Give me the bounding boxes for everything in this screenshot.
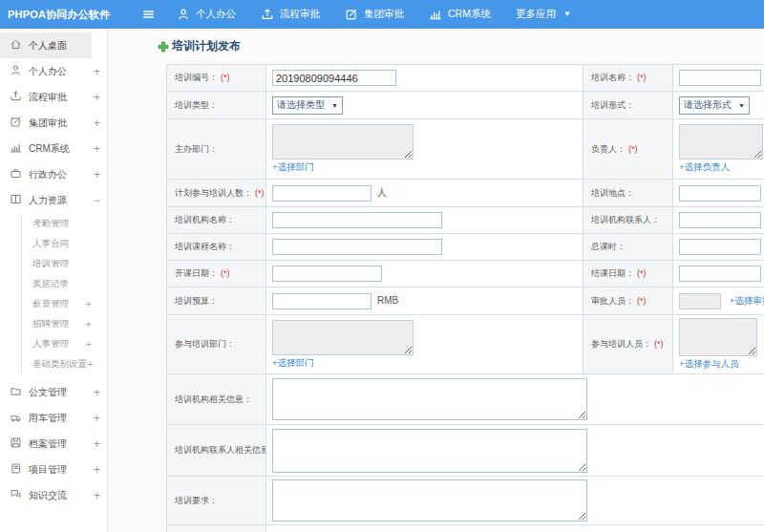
- edit-square-icon: [345, 8, 358, 21]
- expand-plus-icon[interactable]: +: [86, 319, 92, 330]
- host-dept-textarea[interactable]: [272, 124, 414, 160]
- page-title: 培训计划发布: [158, 29, 764, 64]
- sidebar-item-vehicle-mgmt[interactable]: 用车管理 +: [0, 405, 107, 431]
- required-mark: (*): [221, 73, 230, 82]
- bar-chart-icon: [10, 141, 22, 156]
- leader-textarea[interactable]: [679, 124, 763, 160]
- select-attendees-link[interactable]: +选择参与人员: [679, 358, 739, 371]
- collapse-minus-icon[interactable]: −: [94, 195, 100, 206]
- sidebar-item-human-resources[interactable]: 人力资源 −: [0, 187, 107, 213]
- training-form-select[interactable]: 请选择形式▼: [679, 96, 750, 115]
- chat-icon: [10, 488, 22, 502]
- nav-crm-system[interactable]: CRM系统: [429, 8, 491, 21]
- org-name-input[interactable]: [272, 212, 442, 228]
- field-label-training-name: 培训名称：(*): [584, 65, 673, 92]
- sidebar: 个人桌面 个人办公 + 流程审批 + 集团审批 + CRM系统 + 行政办公 +: [0, 29, 108, 532]
- field-label-budget: 培训预算：: [167, 287, 266, 315]
- field-label-org-name: 培训机构名称：: [167, 207, 266, 234]
- expand-plus-icon[interactable]: +: [94, 490, 100, 501]
- total-hours-input[interactable]: [679, 239, 761, 255]
- book-icon: [10, 193, 22, 207]
- sidebar-subitem-base-category[interactable]: 基础类别设置+: [22, 354, 107, 374]
- training-plan-form: 培训编号：(*) 培训名称：(*) 培训类型： 请选择类型▼ 培训形式： 请选择…: [166, 64, 764, 532]
- training-type-select[interactable]: 请选择类型▼: [272, 96, 343, 115]
- location-input[interactable]: [679, 185, 761, 202]
- sidebar-item-group-approval[interactable]: 集团审批 +: [0, 110, 107, 136]
- org-contact-input[interactable]: [679, 212, 761, 228]
- org-info-textarea[interactable]: [272, 378, 587, 420]
- field-label-org-contact-info: 培训机构联系人相关信息：: [167, 425, 266, 477]
- field-label-host-dept: 主办部门：: [167, 119, 266, 180]
- field-label-attend-people: 参与培训人员：(*): [584, 315, 673, 374]
- attend-dept-textarea[interactable]: [272, 320, 414, 355]
- required-mark: (*): [654, 339, 664, 349]
- required-mark: (*): [221, 268, 230, 278]
- sidebar-subitem-reward-punishment[interactable]: 奖惩记录: [22, 274, 107, 294]
- home-icon: [10, 38, 22, 53]
- sidebar-item-project-mgmt[interactable]: 项目管理 +: [0, 457, 107, 482]
- sidebar-item-workflow-approval[interactable]: 流程审批 +: [0, 84, 107, 110]
- training-name-input[interactable]: [679, 70, 761, 86]
- nav-more-apps[interactable]: 更多应用 ▼: [516, 8, 571, 21]
- user-icon: [10, 64, 22, 78]
- start-date-input[interactable]: [272, 266, 382, 282]
- select-approver-link[interactable]: +选择审批人员: [730, 295, 764, 308]
- nav-workflow-approval[interactable]: 流程审批: [261, 8, 320, 21]
- field-label-leader: 负责人：(*): [584, 119, 673, 180]
- field-label-location: 培训地点：: [584, 180, 673, 207]
- folder-icon: [10, 385, 22, 399]
- required-mark: (*): [637, 268, 647, 278]
- nav-personal-office[interactable]: 个人办公: [177, 8, 236, 21]
- field-label-approver: 审批人员：(*): [584, 287, 673, 315]
- content-area: 培训计划发布 培训编号：(*) 培训名称：(*) 培训类型： 请选择类型▼ 培训…: [108, 29, 764, 532]
- end-date-input[interactable]: [679, 266, 761, 282]
- expand-plus-icon[interactable]: +: [94, 92, 100, 103]
- select-dept-link[interactable]: +选择部门: [272, 161, 314, 174]
- sidebar-item-document-mgmt[interactable]: 公文管理 +: [0, 379, 107, 405]
- sidebar-item-archive-mgmt[interactable]: 档案管理 +: [0, 431, 107, 457]
- field-label-training-no: 培训编号：(*): [167, 65, 266, 92]
- planned-count-input[interactable]: [272, 185, 371, 202]
- sidebar-item-personal-desktop[interactable]: 个人桌面: [0, 32, 92, 58]
- field-label-end-date: 结课日期：(*): [584, 261, 673, 287]
- field-label-attachment: 附件文档：: [167, 525, 266, 532]
- hr-submenu: 考勤管理 人事合同 培训管理 奖惩记录 薪资管理+ 招聘管理+ 人事管理+ 基础…: [21, 214, 107, 374]
- select-leader-link[interactable]: +选择负责人: [679, 161, 730, 174]
- expand-plus-icon[interactable]: +: [94, 66, 100, 77]
- training-no-input[interactable]: [272, 70, 396, 86]
- org-contact-info-textarea[interactable]: [272, 429, 587, 473]
- expand-plus-icon[interactable]: +: [94, 169, 100, 181]
- expand-plus-icon[interactable]: +: [87, 359, 93, 370]
- sidebar-item-knowledge-exchange[interactable]: 知识交流 +: [0, 482, 107, 508]
- field-label-start-date: 开课日期：(*): [167, 261, 266, 287]
- expand-plus-icon[interactable]: +: [86, 339, 92, 350]
- expand-plus-icon[interactable]: +: [94, 438, 100, 450]
- course-name-input[interactable]: [272, 239, 442, 255]
- hamburger-icon[interactable]: [141, 8, 156, 21]
- expand-plus-icon[interactable]: +: [94, 143, 100, 155]
- notebook-icon: [10, 462, 22, 477]
- required-mark: (*): [637, 73, 647, 82]
- sidebar-subitem-attendance[interactable]: 考勤管理: [22, 214, 107, 234]
- nav-group-approval[interactable]: 集团审批: [345, 8, 404, 21]
- field-label-requirements: 培训要求：: [167, 477, 266, 525]
- requirements-textarea[interactable]: [272, 479, 587, 521]
- expand-plus-icon[interactable]: +: [94, 413, 100, 424]
- sidebar-subitem-salary-mgmt[interactable]: 薪资管理+: [22, 294, 107, 314]
- sidebar-subitem-hr-contract[interactable]: 人事合同: [22, 234, 107, 254]
- sidebar-item-admin-office[interactable]: 行政办公 +: [0, 161, 107, 187]
- expand-plus-icon[interactable]: +: [94, 387, 100, 398]
- sidebar-item-personal-office[interactable]: 个人办公 +: [0, 58, 107, 84]
- attend-people-textarea[interactable]: [679, 318, 757, 356]
- budget-input[interactable]: [272, 293, 371, 309]
- select-dept-link[interactable]: +选择部门: [272, 357, 314, 370]
- approver-input[interactable]: [679, 293, 721, 309]
- sidebar-subitem-training-mgmt[interactable]: 培训管理: [22, 254, 107, 274]
- sidebar-subitem-personnel-mgmt[interactable]: 人事管理+: [22, 334, 107, 354]
- sidebar-subitem-recruit-mgmt[interactable]: 招聘管理+: [22, 314, 107, 334]
- expand-plus-icon[interactable]: +: [94, 117, 100, 129]
- expand-plus-icon[interactable]: +: [94, 464, 100, 476]
- sidebar-item-crm-system[interactable]: CRM系统 +: [0, 136, 107, 161]
- app-logo: PHPOA协同办公软件: [0, 8, 134, 22]
- expand-plus-icon[interactable]: +: [86, 299, 92, 309]
